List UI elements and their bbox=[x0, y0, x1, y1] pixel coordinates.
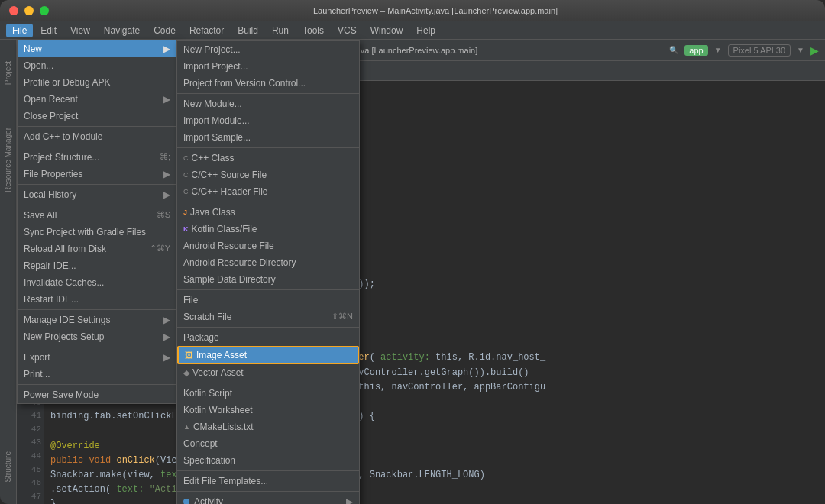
package-item[interactable]: Package bbox=[177, 329, 359, 346]
cpp-class-item[interactable]: C C++ Class bbox=[177, 150, 359, 166]
cpp-header-label: C/C++ Header File bbox=[192, 186, 268, 197]
menu-window[interactable]: Window bbox=[364, 24, 409, 37]
power-save-item[interactable]: Power Save Mode bbox=[18, 386, 176, 403]
local-history-label: Local History bbox=[24, 189, 76, 200]
kotlin-script-item[interactable]: Kotlin Script bbox=[177, 385, 359, 402]
manage-ide-label: Manage IDE Settings bbox=[24, 315, 110, 325]
divider-main-4 bbox=[18, 205, 176, 205]
device-selector[interactable]: Pixel 5 API 30 bbox=[728, 44, 791, 57]
menu-navigate[interactable]: Navigate bbox=[98, 24, 146, 37]
android-resource-dir-item[interactable]: Android Resource Directory bbox=[177, 254, 359, 271]
app-selector[interactable]: app bbox=[684, 45, 707, 56]
kotlin-icon: K bbox=[183, 225, 189, 233]
cmake-label: CMakeLists.txt bbox=[193, 422, 254, 432]
vector-asset-icon: ◆ bbox=[183, 368, 189, 378]
repair-ide-item[interactable]: Repair IDE... bbox=[18, 257, 176, 274]
divider-5 bbox=[177, 327, 359, 328]
import-project-item[interactable]: Import Project... bbox=[177, 58, 359, 75]
specification-item[interactable]: Specification bbox=[177, 452, 359, 469]
invalidate-caches-label: Invalidate Caches... bbox=[24, 277, 104, 288]
menu-code[interactable]: Code bbox=[147, 24, 182, 37]
search-icon[interactable]: 🔍 bbox=[669, 46, 678, 54]
kotlin-class-item[interactable]: K Kotlin Class/File bbox=[177, 221, 359, 237]
image-asset-item[interactable]: 🖼 Image Asset bbox=[177, 346, 359, 364]
new-module-label: New Module... bbox=[183, 99, 242, 109]
profile-debug-item[interactable]: Profile or Debug APK bbox=[18, 74, 176, 91]
android-resource-file-label: Android Resource File bbox=[183, 241, 274, 251]
project-tab[interactable]: Project bbox=[2, 55, 15, 91]
reload-disk-shortcut: ⌃⌘Y bbox=[150, 244, 170, 254]
image-asset-label: Image Asset bbox=[196, 350, 247, 360]
restart-ide-item[interactable]: Restart IDE... bbox=[18, 291, 176, 308]
print-item[interactable]: Print... bbox=[18, 366, 176, 383]
open-recent-item[interactable]: Open Recent ▶ bbox=[18, 91, 176, 108]
kotlin-worksheet-item[interactable]: Kotlin Worksheet bbox=[177, 402, 359, 418]
menu-edit[interactable]: Edit bbox=[34, 24, 63, 37]
cmake-item[interactable]: ▲ CMakeLists.txt bbox=[177, 418, 359, 435]
menu-vcs[interactable]: VCS bbox=[332, 24, 363, 37]
edit-file-templates-label: Edit File Templates... bbox=[183, 476, 268, 486]
file-item[interactable]: File bbox=[177, 292, 359, 309]
menu-tools[interactable]: Tools bbox=[296, 24, 330, 37]
menu-file[interactable]: File bbox=[6, 24, 33, 37]
open-item[interactable]: Open... bbox=[18, 57, 176, 74]
file-properties-item[interactable]: File Properties ▶ bbox=[18, 166, 176, 183]
new-projects-setup-item[interactable]: New Projects Setup ▶ bbox=[18, 328, 176, 345]
device-arrow-icon[interactable]: ▼ bbox=[797, 46, 804, 54]
file-dropdown: New ▶ New Project... Import Project... P… bbox=[17, 40, 177, 404]
new-module-item[interactable]: New Module... bbox=[177, 95, 359, 112]
manage-ide-item[interactable]: Manage IDE Settings ▶ bbox=[18, 312, 176, 328]
new-projects-setup-arrow: ▶ bbox=[163, 331, 170, 342]
cpp-source-icon: C bbox=[183, 171, 189, 179]
menu-build[interactable]: Build bbox=[231, 24, 264, 37]
profile-debug-label: Profile or Debug APK bbox=[24, 77, 110, 88]
concept-item[interactable]: Concept bbox=[177, 435, 359, 452]
menu-refactor[interactable]: Refactor bbox=[183, 24, 230, 37]
android-resource-file-item[interactable]: Android Resource File bbox=[177, 237, 359, 254]
save-all-item[interactable]: Save All ⌘S bbox=[18, 207, 176, 224]
divider-3 bbox=[177, 202, 359, 202]
export-item[interactable]: Export ▶ bbox=[18, 349, 176, 366]
menu-run[interactable]: Run bbox=[266, 24, 295, 37]
cpp-header-item[interactable]: C C/C++ Header File bbox=[177, 183, 359, 200]
resource-manager-tab[interactable]: Resource Manager bbox=[2, 121, 15, 199]
activity-item[interactable]: Activity ▶ bbox=[177, 493, 359, 504]
local-history-item[interactable]: Local History ▶ bbox=[18, 186, 176, 203]
close-project-item[interactable]: Close Project bbox=[18, 108, 176, 124]
main-area: Project Resource Manager Structure ◀ ▶ L… bbox=[0, 40, 825, 504]
close-button[interactable] bbox=[9, 6, 18, 15]
menu-help[interactable]: Help bbox=[410, 24, 442, 37]
run-button[interactable]: ▶ bbox=[810, 44, 819, 57]
project-structure-item[interactable]: Project Structure... ⌘; bbox=[18, 149, 176, 166]
new-project-item[interactable]: New Project... bbox=[177, 41, 359, 58]
invalidate-caches-item[interactable]: Invalidate Caches... bbox=[18, 274, 176, 291]
edit-file-templates-item[interactable]: Edit File Templates... bbox=[177, 473, 359, 489]
maximize-button[interactable] bbox=[40, 6, 49, 15]
open-recent-label: Open Recent bbox=[24, 94, 78, 105]
sync-gradle-item[interactable]: Sync Project with Gradle Files bbox=[18, 224, 176, 241]
add-cpp-label: Add C++ to Module bbox=[24, 131, 102, 142]
file-properties-label: File Properties bbox=[24, 169, 82, 179]
scratch-file-item[interactable]: Scratch File ⇧⌘N bbox=[177, 309, 359, 325]
import-module-item[interactable]: Import Module... bbox=[177, 112, 359, 129]
sample-data-dir-item[interactable]: Sample Data Directory bbox=[177, 271, 359, 288]
file-properties-arrow: ▶ bbox=[163, 169, 170, 179]
package-label: Package bbox=[183, 332, 219, 343]
vector-asset-item[interactable]: ◆ Vector Asset bbox=[177, 364, 359, 381]
reload-disk-item[interactable]: Reload All from Disk ⌃⌘Y bbox=[18, 241, 176, 257]
import-sample-item[interactable]: Import Sample... bbox=[177, 129, 359, 146]
vector-asset-label: Vector Asset bbox=[192, 367, 244, 378]
new-menu-item[interactable]: New ▶ New Project... Import Project... P… bbox=[18, 40, 176, 57]
add-cpp-item[interactable]: Add C++ to Module bbox=[18, 128, 176, 145]
dropdown-arrow-icon[interactable]: ▼ bbox=[714, 46, 722, 54]
project-from-vcs-item[interactable]: Project from Version Control... bbox=[177, 75, 359, 92]
import-project-label: Import Project... bbox=[183, 61, 248, 72]
power-save-label: Power Save Mode bbox=[24, 389, 99, 400]
menu-view[interactable]: View bbox=[64, 24, 96, 37]
structure-tab[interactable]: Structure bbox=[2, 445, 15, 489]
java-class-item[interactable]: J Java Class bbox=[177, 204, 359, 221]
cpp-source-item[interactable]: C C/C++ Source File bbox=[177, 166, 359, 183]
import-sample-label: Import Sample... bbox=[183, 132, 251, 143]
new-arrow-icon: ▶ bbox=[163, 44, 170, 54]
minimize-button[interactable] bbox=[24, 6, 34, 15]
